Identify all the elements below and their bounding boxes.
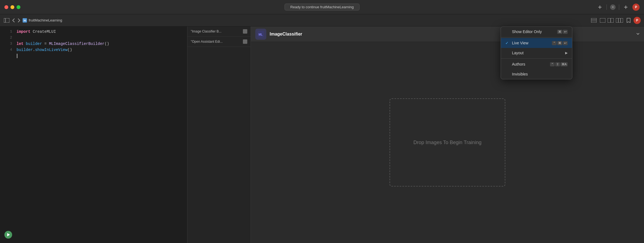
code-lines: 1 import CreateMLUI 2 3 let builder = ML… (0, 26, 187, 61)
triple-editor-button[interactable] (615, 18, 624, 23)
assistant-panel: "Image Classifier B... "Open Assistant E… (187, 26, 251, 243)
title-center: Ready to continue fruitMachineLearning (285, 4, 359, 10)
code-line-4: 4 builder.showInLiveView() (0, 47, 187, 53)
svg-rect-14 (616, 18, 623, 23)
maximize-button[interactable] (17, 5, 20, 9)
new-window-button[interactable] (622, 4, 629, 10)
svg-marker-17 (627, 18, 630, 23)
assistant-item-label-1: "Open Assistant Edi... (191, 40, 241, 44)
shortcut-live-view: ⌃ ⌘ ↩ (552, 41, 568, 45)
close-button[interactable] (4, 5, 8, 9)
drop-zone[interactable]: Drop Images To Begin Training (390, 98, 505, 187)
file-name: fruitMachineLearning (29, 18, 62, 22)
file-breadcrumb: ML fruitMachineLearning (23, 18, 62, 23)
svg-text:ML: ML (259, 33, 262, 36)
layout-icons (599, 18, 624, 23)
add-tab-button[interactable] (597, 4, 603, 10)
assistant-item-icon-0 (243, 29, 247, 34)
line-number-4: 4 (4, 47, 12, 53)
forward-button[interactable] (17, 18, 21, 23)
code-line-2: 2 (0, 35, 187, 41)
code-editor[interactable]: 1 import CreateMLUI 2 3 let builder = ML… (0, 26, 187, 243)
line-content-3: let builder = MLImageClassifierBuilder() (17, 41, 109, 47)
menu-divider-2 (501, 58, 572, 59)
assistant-item-1[interactable]: "Open Assistant Edi... (187, 37, 251, 47)
shortcut-authors: ⌃ ⇧ ⌘A (550, 62, 568, 66)
shortcut-show-editor-only: ⌘ ↩ (557, 30, 568, 34)
menu-item-layout[interactable]: Layout ▶ (501, 48, 572, 58)
split-editor-button[interactable] (607, 18, 614, 23)
single-editor-button[interactable] (599, 18, 606, 23)
user-avatar-toolbar[interactable]: P (634, 17, 641, 24)
traffic-lights (4, 5, 20, 9)
line-content-5 (17, 53, 17, 59)
menu-item-authors[interactable]: Authors ⌃ ⇧ ⌘A (501, 59, 572, 69)
assistant-item-label-0: "Image Classifier B... (191, 29, 241, 33)
keyword-let: let (17, 42, 26, 46)
live-view-body: Drop Images To Begin Training (251, 42, 644, 243)
live-view-panel: ML ImageClassifier Drop Images To Begin … (251, 26, 644, 243)
svg-rect-4 (4, 18, 9, 23)
svg-rect-11 (600, 18, 605, 23)
expand-arrow[interactable] (636, 32, 640, 37)
split-editor-list-button[interactable] (591, 18, 597, 23)
code-line-3: 3 let builder = MLImageClassifierBuilder… (0, 41, 187, 47)
line-number-3: 3 (4, 41, 12, 47)
type-mlimage: MLImageClassifierBuilder (49, 42, 105, 46)
menu-label-authors: Authors (512, 62, 548, 66)
title-bar-right: × P (597, 4, 640, 11)
module-name: CreateMLUI (33, 29, 56, 34)
code-line-1: 1 import CreateMLUI (0, 29, 187, 35)
live-view-title: ImageClassifier (270, 32, 302, 37)
svg-rect-8 (591, 18, 597, 23)
back-button[interactable] (12, 18, 15, 23)
menu-label-layout: Layout (512, 51, 563, 55)
check-live-view: ✓ (505, 41, 510, 45)
run-button[interactable] (4, 231, 12, 239)
menu-label-invisibles: Invisibles (512, 72, 565, 76)
assistant-item-icon-1 (243, 39, 247, 44)
toolbar-right: P (591, 17, 641, 24)
text-cursor (17, 54, 17, 58)
keyword-import: import (17, 29, 33, 34)
var-builder: builder (26, 42, 42, 46)
line-number-2: 2 (4, 35, 12, 41)
menu-label-show-editor-only: Show Editor Only (512, 29, 555, 34)
toolbar: ML fruitMachineLearning (0, 14, 644, 26)
line-content-4: builder.showInLiveView() (17, 47, 72, 53)
menu-item-show-editor-only[interactable]: Show Editor Only ⌘ ↩ (501, 27, 572, 37)
menu-item-live-view[interactable]: ✓ Live View ⌃ ⌘ ↩ (501, 38, 572, 48)
ready-status: Ready to continue fruitMachineLearning (285, 4, 359, 10)
menu-label-live-view: Live View (512, 41, 550, 45)
dropdown-menu: Show Editor Only ⌘ ↩ ✓ Live View ⌃ ⌘ ↩ L… (501, 26, 572, 79)
title-bar: Ready to continue fruitMachineLearning ×… (0, 0, 644, 14)
line-number-1: 1 (4, 29, 12, 35)
layout-arrow-icon: ▶ (565, 51, 568, 55)
toolbar-left: ML fruitMachineLearning (3, 18, 62, 23)
minimize-button[interactable] (10, 5, 14, 9)
menu-item-invisibles[interactable]: Invisibles (501, 69, 572, 79)
window-close-button[interactable]: × (610, 4, 616, 10)
code-line-5 (0, 53, 187, 59)
drop-zone-text: Drop Images To Begin Training (414, 140, 482, 145)
file-icon: ML (23, 18, 27, 23)
menu-divider-1 (501, 37, 572, 37)
live-view-header: ML ImageClassifier (251, 26, 644, 42)
user-avatar[interactable]: P (632, 4, 640, 11)
assistant-item-0[interactable]: "Image Classifier B... (187, 26, 251, 37)
bookmark-button[interactable] (626, 17, 631, 23)
svg-text:ML: ML (24, 20, 26, 21)
method-showInLiveView: showInLiveView (35, 48, 68, 52)
toggle-navigator-button[interactable] (3, 18, 10, 23)
var-builder-2: builder (17, 48, 33, 52)
ml-icon: ML (255, 29, 266, 40)
line-content-1: import CreateMLUI (17, 29, 56, 35)
